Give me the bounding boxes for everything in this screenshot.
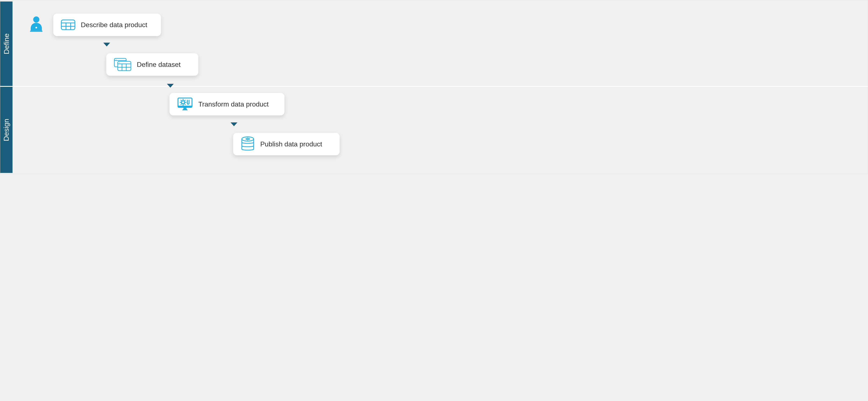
card-define-dataset-text: Define dataset: [137, 61, 181, 68]
card-describe-text: Describe data product: [81, 21, 147, 29]
svg-rect-3: [61, 20, 75, 30]
database-snowflake-icon: [241, 136, 255, 152]
card-define-dataset: 1 2 Define dataset: [106, 53, 198, 76]
svg-rect-2: [30, 31, 42, 32]
svg-rect-18: [178, 106, 192, 107]
svg-text:2: 2: [119, 62, 120, 64]
lane-label-define-text: Define: [2, 33, 10, 54]
arrow-after-describe: [103, 43, 110, 47]
svg-point-20: [182, 101, 185, 104]
stacked-tables-icon: 1 2: [114, 58, 131, 71]
card-describe-data-product: Describe data product: [53, 13, 161, 36]
card-publish-data-product: Publish data product: [233, 133, 340, 155]
arrow-after-define-dataset: [167, 84, 174, 88]
lane-divider: [0, 86, 868, 87]
card-publish-text: Publish data product: [260, 140, 322, 148]
svg-point-1: [35, 27, 37, 28]
lane-label-define: Define: [0, 1, 12, 86]
svg-point-0: [33, 17, 39, 23]
card-transform-data-product: Transform data product: [169, 93, 284, 116]
lane-label-design: Design: [0, 87, 12, 173]
process-diagram: Define Design Describe data product: [0, 0, 868, 174]
lane-label-design-text: Design: [2, 119, 10, 141]
card-transform-text: Transform data product: [198, 100, 269, 108]
table-icon: [61, 20, 75, 30]
svg-text:1: 1: [116, 59, 117, 61]
arrow-after-transform: [230, 122, 237, 126]
person-icon: [27, 15, 45, 34]
monitor-config-icon: [177, 97, 193, 111]
